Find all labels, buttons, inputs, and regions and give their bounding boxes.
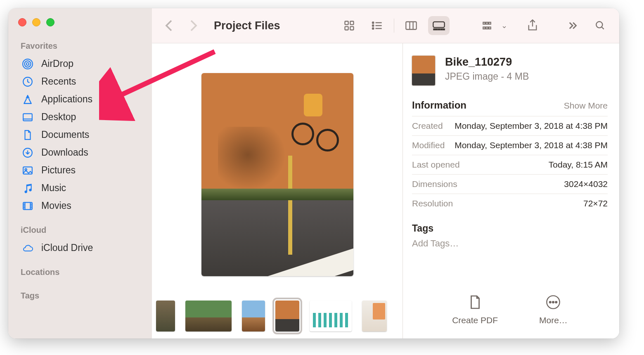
inspector-panel: Bike_110279 JPEG image - 4 MB Informatio… xyxy=(403,43,619,338)
info-header: Information Show More xyxy=(412,97,608,116)
svg-rect-36 xyxy=(443,29,444,30)
thumbnail-item[interactable] xyxy=(242,301,265,331)
svg-rect-33 xyxy=(436,29,437,30)
minimize-button[interactable] xyxy=(32,18,40,26)
sidebar-section-tags: Tags xyxy=(8,289,152,305)
svg-rect-40 xyxy=(483,27,485,29)
file-subtitle: JPEG image - 4 MB xyxy=(445,71,529,82)
share-button[interactable] xyxy=(522,16,543,35)
svg-rect-32 xyxy=(433,29,435,30)
sidebar-item-label: AirDrop xyxy=(41,58,73,69)
chevron-down-icon: ⌄ xyxy=(501,21,507,30)
info-row-resolution: Resolution 72×72 xyxy=(412,194,608,213)
sidebar-item-airdrop[interactable]: AirDrop xyxy=(8,55,152,73)
info-key: Modified xyxy=(412,140,445,150)
svg-point-24 xyxy=(372,25,374,26)
sidebar-item-label: Pictures xyxy=(41,165,76,176)
svg-point-46 xyxy=(549,301,551,303)
icon-view-button[interactable] xyxy=(339,16,360,35)
quick-actions: Create PDF More… xyxy=(412,285,608,330)
svg-point-1 xyxy=(24,61,31,67)
sidebar-item-recents[interactable]: Recents xyxy=(8,73,152,90)
window-controls xyxy=(8,12,152,39)
sidebar-item-label: Music xyxy=(41,182,66,194)
svg-rect-7 xyxy=(23,167,32,174)
sidebar-item-label: Recents xyxy=(41,76,76,87)
svg-rect-38 xyxy=(486,22,488,24)
svg-rect-19 xyxy=(350,21,353,25)
info-key: Last opened xyxy=(412,160,460,170)
list-view-button[interactable] xyxy=(366,16,388,35)
sidebar-item-label: Documents xyxy=(41,129,89,140)
svg-rect-39 xyxy=(489,22,491,24)
svg-rect-21 xyxy=(350,26,353,30)
music-icon xyxy=(21,183,34,194)
more-icon xyxy=(544,293,562,311)
sidebar-item-downloads[interactable]: Downloads xyxy=(8,144,152,161)
forward-button[interactable] xyxy=(185,17,202,34)
airdrop-icon xyxy=(21,59,34,69)
sidebar-item-desktop[interactable]: Desktop xyxy=(8,108,152,126)
action-label: Create PDF xyxy=(452,315,498,325)
svg-rect-34 xyxy=(438,29,440,30)
create-pdf-button[interactable]: Create PDF xyxy=(452,293,498,325)
svg-line-44 xyxy=(601,27,604,29)
close-button[interactable] xyxy=(18,18,26,26)
maximize-button[interactable] xyxy=(46,18,54,26)
sidebar: Favorites AirDrop Recents Applications D… xyxy=(8,8,152,338)
info-value: Today, 8:15 AM xyxy=(549,160,608,170)
gallery-view-button[interactable] xyxy=(428,16,450,35)
svg-point-43 xyxy=(596,21,602,28)
more-toolbar-button[interactable] xyxy=(562,16,583,35)
sidebar-section-favorites: Favorites xyxy=(8,39,152,55)
sidebar-item-documents[interactable]: Documents xyxy=(8,126,152,144)
view-switcher xyxy=(339,16,450,35)
svg-point-48 xyxy=(556,301,557,303)
toolbar-actions: ⌄ xyxy=(478,16,611,35)
sidebar-item-label: Movies xyxy=(41,200,71,211)
sidebar-item-pictures[interactable]: Pictures xyxy=(8,161,152,179)
info-row-dimensions: Dimensions 3024×4032 xyxy=(412,174,608,194)
thumbnail-item[interactable] xyxy=(310,301,352,331)
sidebar-item-applications[interactable]: Applications xyxy=(8,90,152,108)
svg-rect-4 xyxy=(23,114,32,121)
add-tags-field[interactable]: Add Tags… xyxy=(412,238,608,249)
sidebar-item-icloud-drive[interactable]: iCloud Drive xyxy=(8,239,152,257)
info-heading: Information xyxy=(412,99,466,111)
thumbnail-item-selected[interactable] xyxy=(275,301,299,331)
info-row-modified: Modified Monday, September 3, 2018 at 4:… xyxy=(412,135,608,155)
more-actions-button[interactable]: More… xyxy=(539,293,568,325)
svg-rect-41 xyxy=(486,27,488,29)
movies-icon xyxy=(21,201,34,211)
svg-rect-31 xyxy=(433,22,444,28)
show-more-button[interactable]: Show More xyxy=(564,101,608,111)
search-button[interactable] xyxy=(590,16,611,35)
desktop-icon xyxy=(21,113,34,122)
thumbnail-strip[interactable] xyxy=(152,293,402,338)
thumbnail-item[interactable] xyxy=(362,301,387,331)
info-value: 3024×4032 xyxy=(564,179,608,189)
svg-point-47 xyxy=(553,301,554,303)
preview-image[interactable] xyxy=(201,73,353,276)
toolbar: Project Files ⌄ xyxy=(152,8,619,43)
group-by-button[interactable] xyxy=(478,16,499,35)
cloud-icon xyxy=(21,244,34,252)
back-button[interactable] xyxy=(160,17,178,34)
document-icon xyxy=(466,293,484,311)
column-view-button[interactable] xyxy=(400,16,422,35)
sidebar-item-label: iCloud Drive xyxy=(41,242,93,253)
sidebar-item-music[interactable]: Music xyxy=(8,179,152,197)
svg-point-0 xyxy=(26,62,29,65)
sidebar-section-icloud: iCloud xyxy=(8,223,152,239)
sidebar-item-movies[interactable]: Movies xyxy=(8,197,152,215)
sidebar-item-label: Downloads xyxy=(41,147,88,158)
clock-icon xyxy=(21,76,34,87)
sidebar-section-locations: Locations xyxy=(8,265,152,281)
info-key: Dimensions xyxy=(412,179,457,189)
thumbnail-item[interactable] xyxy=(185,301,232,331)
info-value: Monday, September 3, 2018 at 4:38 PM xyxy=(455,140,608,150)
thumbnail-item[interactable] xyxy=(156,301,175,331)
svg-rect-42 xyxy=(489,27,491,29)
file-name: Bike_110279 xyxy=(445,56,529,69)
applications-icon xyxy=(21,94,34,105)
